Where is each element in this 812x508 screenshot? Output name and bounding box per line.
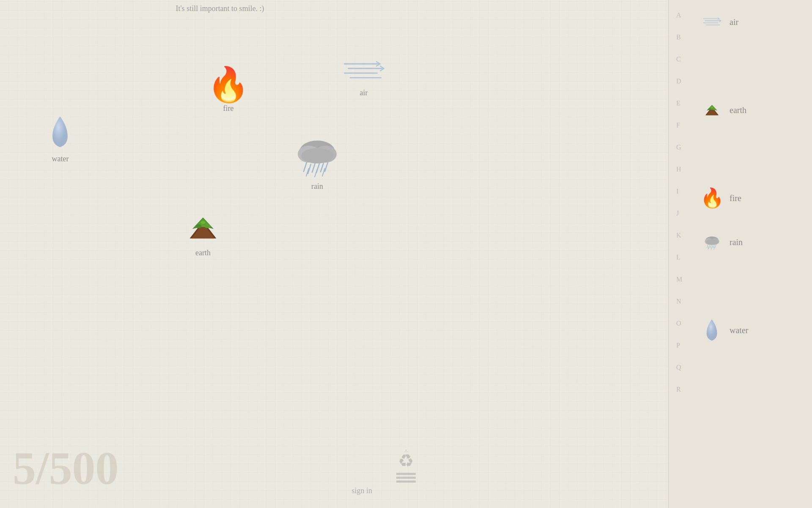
svg-line-13	[312, 163, 315, 172]
svg-line-44	[715, 244, 716, 248]
sidebar-water-icon	[700, 319, 724, 342]
water-label: water	[52, 155, 69, 163]
svg-point-33	[713, 108, 716, 110]
alpha-a[interactable]: A	[676, 4, 682, 26]
element-earth[interactable]: earth	[184, 212, 222, 257]
sidebar-water-label: water	[730, 326, 748, 335]
svg-point-10	[301, 148, 333, 163]
fire-label: fire	[223, 104, 234, 113]
air-label: air	[360, 88, 368, 97]
sidebar-earth-label: earth	[730, 105, 746, 115]
alpha-d[interactable]: D	[676, 70, 682, 92]
alpha-h[interactable]: H	[676, 158, 682, 180]
alpha-e[interactable]: E	[676, 92, 682, 114]
svg-point-5	[205, 224, 211, 228]
sidebar-element-water[interactable]: water	[696, 308, 812, 352]
element-rain[interactable]: rain	[292, 135, 343, 191]
sidebar-fire-icon: 🔥	[700, 187, 724, 210]
sign-in-button[interactable]: sign in	[351, 486, 372, 495]
sidebar-element-air[interactable]: air	[696, 0, 812, 44]
svg-point-38	[706, 239, 718, 245]
svg-line-19	[322, 168, 325, 176]
svg-point-6	[201, 221, 206, 224]
svg-line-47	[714, 246, 715, 249]
element-water[interactable]: water	[47, 114, 74, 163]
alpha-r[interactable]: R	[676, 378, 682, 400]
recycle-symbol: ♻	[398, 450, 414, 471]
sidebar-alphabet: ABCDEFGHIJKLMNOPQR	[676, 4, 682, 400]
air-icon	[343, 59, 385, 86]
alpha-n[interactable]: N	[676, 290, 682, 312]
alpha-p[interactable]: P	[676, 334, 682, 356]
earth-icon	[184, 212, 222, 246]
menu-lines	[396, 473, 416, 483]
water-icon	[47, 114, 74, 152]
alpha-j[interactable]: J	[676, 202, 682, 224]
sidebar-rain-icon	[700, 231, 724, 254]
sidebar-element-earth[interactable]: earth	[696, 88, 812, 132]
element-fire[interactable]: 🔥fire	[207, 68, 250, 113]
alpha-l[interactable]: L	[676, 246, 682, 268]
svg-line-15	[321, 163, 324, 172]
svg-line-43	[713, 245, 714, 248]
sidebar-element-fire[interactable]: 🔥fire	[696, 176, 812, 220]
alpha-k[interactable]: K	[676, 224, 682, 246]
sidebar-rain-label: rain	[730, 237, 743, 247]
fire-icon: 🔥	[207, 68, 250, 102]
sidebar-element-rain[interactable]: rain	[696, 220, 812, 264]
recycle-menu-button[interactable]: ♻	[393, 449, 419, 483]
svg-line-46	[711, 247, 712, 250]
sidebar-fire-label: fire	[730, 193, 741, 203]
sidebar-air-label: air	[730, 17, 738, 27]
elements-sidebar: ABCDEFGHIJKLMNOPQR air earth🔥fire	[668, 0, 812, 508]
alpha-c[interactable]: C	[676, 48, 682, 70]
alpha-i[interactable]: I	[676, 180, 682, 202]
svg-point-32	[708, 108, 711, 110]
alpha-m[interactable]: M	[676, 268, 682, 290]
main-canvas: It's still important to smile. :) water🔥…	[0, 0, 440, 508]
svg-line-18	[315, 169, 317, 177]
svg-point-34	[711, 107, 713, 108]
alpha-g[interactable]: G	[676, 136, 682, 158]
svg-line-16	[325, 163, 328, 171]
hint-text: It's still important to smile. :)	[176, 4, 264, 13]
alpha-o[interactable]: O	[676, 312, 682, 334]
svg-line-41	[710, 245, 711, 248]
earth-label: earth	[195, 248, 211, 257]
alpha-f[interactable]: F	[676, 114, 682, 136]
svg-line-39	[707, 244, 708, 248]
svg-line-11	[304, 163, 307, 171]
score-counter: 5/500	[13, 442, 119, 495]
svg-point-4	[195, 224, 201, 228]
alpha-b[interactable]: B	[676, 26, 682, 48]
alpha-q[interactable]: Q	[676, 356, 682, 378]
sidebar-air-icon	[700, 11, 724, 34]
sidebar-earth-icon	[700, 99, 724, 122]
rain-label: rain	[311, 182, 323, 191]
rain-icon	[292, 135, 343, 179]
element-air[interactable]: air	[343, 59, 385, 97]
